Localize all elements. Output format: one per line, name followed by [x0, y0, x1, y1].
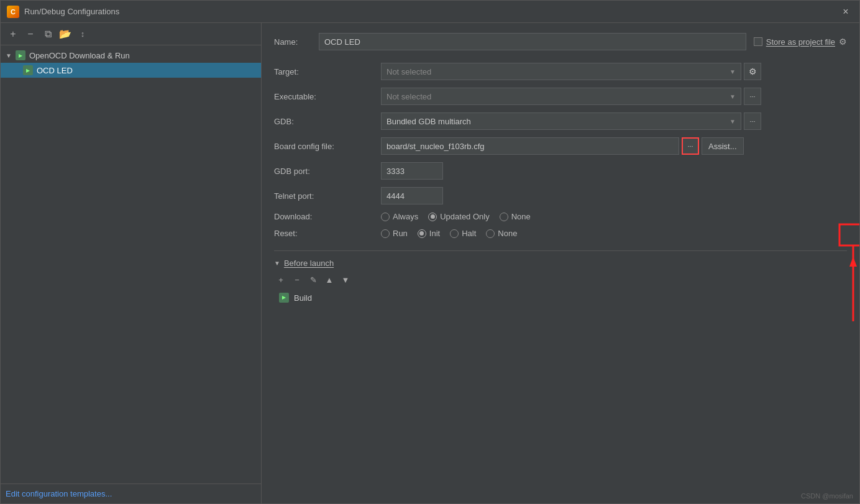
ocd-led-icon: ▶ [23, 65, 33, 75]
telnet-port-input[interactable] [381, 187, 443, 204]
store-project-checkbox[interactable] [754, 37, 762, 46]
executable-dropdown[interactable]: Not selected ▼ [381, 88, 741, 105]
download-updated-label: Updated Only [440, 212, 490, 221]
tree-item-ocd-led[interactable]: ▶ OCD LED [1, 63, 261, 78]
before-launch-up-button[interactable]: ▲ [322, 273, 336, 286]
download-label: Download: [274, 212, 373, 221]
sidebar-toolbar: + − ⧉ 📂 ↕ [1, 23, 261, 45]
before-launch-chevron-icon: ▼ [274, 260, 280, 267]
before-launch-edit-button[interactable]: ✎ [306, 273, 320, 286]
openocd-group-icon: ▶ [16, 50, 25, 60]
before-launch-title: Before launch [284, 259, 334, 268]
sidebar: + − ⧉ 📂 ↕ ▼ ▶ OpenOCD Download & Run ▶ O… [1, 23, 262, 503]
download-updated-option[interactable]: Updated Only [428, 212, 490, 221]
sidebar-footer: Edit configuration templates... [1, 483, 261, 503]
download-always-label: Always [393, 212, 418, 221]
board-config-browse-button[interactable]: ··· [682, 137, 699, 155]
before-launch-header: ▼ Before launch [274, 259, 847, 268]
titlebar: C Run/Debug Configurations × [1, 1, 859, 23]
download-row: Download: Always Updated Only [274, 212, 847, 221]
target-dropdown-arrow-icon: ▼ [730, 68, 736, 75]
gdb-port-input[interactable] [381, 162, 443, 180]
gdb-control: Bundled GDB multiarch ▼ ··· [381, 112, 847, 130]
download-none-option[interactable]: None [500, 212, 531, 221]
target-gear-button[interactable]: ⚙ [744, 63, 761, 80]
before-launch-add-button[interactable]: + [274, 273, 288, 286]
reset-none-radio[interactable] [486, 229, 495, 238]
watermark: CSDN @mosifan [795, 488, 859, 503]
gdb-port-label: GDB port: [274, 167, 373, 176]
store-project-label: Store as project file [766, 37, 835, 47]
gdb-dropdown[interactable]: Bundled GDB multiarch ▼ [381, 112, 741, 130]
gdb-label: GDB: [274, 117, 373, 126]
target-value: Not selected [387, 67, 431, 76]
reset-run-label: Run [393, 229, 408, 238]
name-row: Name: Store as project file ⚙ [274, 33, 847, 50]
before-launch-down-button[interactable]: ▼ [339, 273, 352, 286]
download-radio-group: Always Updated Only None [381, 212, 531, 221]
reset-label: Reset: [274, 229, 373, 238]
reset-run-radio[interactable] [381, 229, 390, 238]
main-area: + − ⧉ 📂 ↕ ▼ ▶ OpenOCD Download & Run ▶ O… [1, 23, 859, 503]
titlebar-left: C Run/Debug Configurations [7, 6, 119, 18]
right-content: Name: Store as project file ⚙ Target: [262, 23, 859, 503]
reset-init-radio-fill [419, 231, 424, 236]
tree-item-label: OCD LED [37, 66, 73, 75]
executable-browse-button[interactable]: ··· [744, 88, 761, 105]
sidebar-tree: ▼ ▶ OpenOCD Download & Run ▶ OCD LED [1, 45, 261, 483]
remove-config-button[interactable]: − [23, 27, 38, 42]
target-row: Target: Not selected ▼ ⚙ [274, 63, 847, 80]
reset-init-option[interactable]: Init [418, 229, 440, 238]
board-config-row: Board config file: ··· Assist... [274, 137, 847, 155]
executable-dropdown-arrow-icon: ▼ [730, 93, 736, 100]
before-launch-remove-button[interactable]: − [290, 273, 304, 286]
assist-button[interactable]: Assist... [702, 137, 744, 155]
target-label: Target: [274, 67, 373, 76]
download-updated-radio[interactable] [428, 213, 437, 221]
telnet-port-control [381, 187, 847, 204]
right-panel: Name: Store as project file ⚙ Target: [262, 23, 859, 503]
form-section: Target: Not selected ▼ ⚙ Executable: [274, 63, 847, 238]
reset-halt-option[interactable]: Halt [450, 229, 476, 238]
download-none-radio[interactable] [500, 213, 508, 221]
reset-none-option[interactable]: None [486, 229, 517, 238]
copy-config-button[interactable]: ⧉ [40, 27, 55, 42]
executable-label: Executable: [274, 92, 373, 101]
store-project-area: Store as project file ⚙ [754, 37, 847, 47]
reset-run-option[interactable]: Run [381, 229, 408, 238]
executable-row: Executable: Not selected ▼ ··· [274, 88, 847, 105]
download-none-label: None [511, 212, 531, 221]
gdb-port-control [381, 162, 847, 180]
app-icon: C [7, 6, 19, 18]
executable-value: Not selected [387, 92, 431, 101]
reset-init-label: Init [429, 229, 440, 238]
tree-group-openocd[interactable]: ▼ ▶ OpenOCD Download & Run [1, 48, 261, 63]
reset-radio-group: Run Init Halt [381, 229, 517, 238]
telnet-port-label: Telnet port: [274, 191, 373, 201]
chevron-down-icon: ▼ [6, 52, 12, 59]
board-config-control: ··· Assist... [381, 137, 847, 155]
tree-group-label: OpenOCD Download & Run [29, 51, 130, 60]
download-always-option[interactable]: Always [381, 212, 418, 221]
close-button[interactable]: × [838, 4, 853, 19]
gdb-browse-button[interactable]: ··· [744, 112, 761, 130]
download-updated-radio-fill [431, 214, 435, 219]
name-input[interactable] [319, 33, 746, 50]
board-config-label: Board config file: [274, 142, 373, 151]
target-dropdown[interactable]: Not selected ▼ [381, 63, 741, 80]
gdb-row: GDB: Bundled GDB multiarch ▼ ··· [274, 112, 847, 130]
store-project-gear-button[interactable]: ⚙ [839, 37, 847, 47]
reset-init-radio[interactable] [418, 229, 426, 238]
reset-halt-label: Halt [462, 229, 476, 238]
reset-halt-radio[interactable] [450, 229, 459, 238]
reset-none-label: None [498, 229, 517, 238]
build-item: Build [274, 290, 847, 305]
download-always-radio[interactable] [381, 213, 390, 221]
edit-templates-link[interactable]: Edit configuration templates... [6, 489, 112, 498]
sort-config-button[interactable]: ↕ [75, 27, 90, 42]
telnet-port-row: Telnet port: [274, 187, 847, 204]
folder-config-button[interactable]: 📂 [58, 27, 73, 42]
add-config-button[interactable]: + [6, 27, 21, 42]
before-launch-toolbar: + − ✎ ▲ ▼ [274, 273, 847, 286]
board-config-input[interactable] [381, 137, 679, 155]
